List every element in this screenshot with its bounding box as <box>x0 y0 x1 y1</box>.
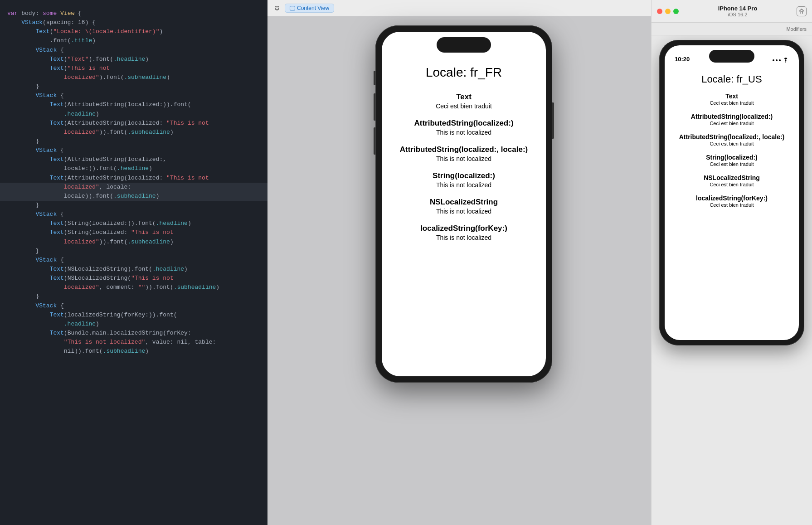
right-status-time: 10:20 <box>675 49 690 63</box>
phone-vol-down <box>374 127 375 155</box>
dot-icon <box>776 59 778 61</box>
right-subheadline-0: Ceci est bien traduit <box>710 100 754 106</box>
right-phone-wrapper: 10:20 <box>652 35 812 525</box>
right-headline-0: Text <box>710 92 754 100</box>
code-line: Text(AttributedString(localized:, <box>0 155 267 164</box>
left-subheadline-0: Ceci est bien traduit <box>436 102 492 110</box>
right-phone-inner: 10:20 <box>665 45 799 340</box>
code-line: Text(AttributedString(localized: "This i… <box>0 174 267 183</box>
inspector-topbar: iPhone 14 Pro iOS 16.2 <box>652 0 812 23</box>
left-headline-1: AttributedString(localized:) <box>414 119 513 128</box>
right-section-0: Text Ceci est bien traduit <box>710 92 754 106</box>
phone-vol-up <box>374 93 375 121</box>
phones-container: Locale: fr_FR Text Ceci est bien traduit… <box>267 16 651 525</box>
code-line: Text(AttributedString(localized:)).font( <box>0 100 267 109</box>
modifiers-label: Modifiers <box>786 26 807 32</box>
inspector-device-title: iPhone 14 Pro <box>718 5 758 12</box>
code-line: localized", locale: <box>0 183 267 192</box>
left-section-4: NSLocalizedString This is not localized <box>430 198 498 215</box>
left-subheadline-3: This is not localized <box>433 181 495 189</box>
right-phone-content: Locale: fr_US Text Ceci est bien traduit… <box>665 66 799 215</box>
code-line: } <box>0 82 267 91</box>
home-icon[interactable] <box>797 6 807 16</box>
left-headline-4: NSLocalizedString <box>430 198 498 207</box>
right-dynamic-island <box>709 50 754 63</box>
code-line: Text(NSLocalizedString("This is not <box>0 274 267 283</box>
right-subheadline-4: Ceci est bien traduit <box>704 182 760 187</box>
code-line: } <box>0 201 267 210</box>
code-line: .headline) <box>0 110 267 119</box>
right-subheadline-3: Ceci est bien traduit <box>706 161 758 167</box>
left-section-1: AttributedString(localized:) This is not… <box>414 119 513 136</box>
code-line: } <box>0 247 267 256</box>
right-section-5: localizedString(forKey:) Ceci est bien t… <box>696 194 768 208</box>
pin-icon[interactable] <box>273 4 281 12</box>
right-section-4: NSLocalizedString Ceci est bien traduit <box>704 174 760 187</box>
code-line: VStack(spacing: 16) { <box>0 18 267 27</box>
content-view-label: Content View <box>297 5 329 11</box>
dot-icon <box>773 59 774 61</box>
right-subheadline-1: Ceci est bien traduit <box>691 121 773 126</box>
right-headline-4: NSLocalizedString <box>704 174 760 181</box>
svg-point-1 <box>785 61 786 62</box>
code-line: Text(NSLocalizedString).font(.headline) <box>0 265 267 274</box>
code-line: Text("This is not <box>0 64 267 73</box>
left-headline-3: String(localized:) <box>433 171 495 180</box>
phone-power-button <box>552 102 554 139</box>
left-subheadline-1: This is not localized <box>414 129 513 136</box>
right-section-2: AttributedString(localized:, locale:) Ce… <box>679 133 785 146</box>
right-section-3: String(localized:) Ceci est bien traduit <box>706 154 758 167</box>
right-headline-2: AttributedString(localized:, locale:) <box>679 133 785 141</box>
dot-icon <box>779 59 781 61</box>
code-line: var body: some View { <box>0 9 267 18</box>
code-line: Text("Text").font(.headline) <box>0 55 267 64</box>
maximize-button[interactable] <box>673 9 679 14</box>
left-section-5: localizedString(forKey:) This is not loc… <box>420 224 507 241</box>
left-headline-2: AttributedString(localized:, locale:) <box>400 145 528 154</box>
close-button[interactable] <box>657 9 662 14</box>
code-line: locale)).font(.subheadline) <box>0 192 267 201</box>
phone-silent-switch <box>374 71 375 85</box>
code-line: "This is not localized", value: nil, tab… <box>0 338 267 347</box>
right-headline-5: localizedString(forKey:) <box>696 194 768 202</box>
code-line: VStack { <box>0 301 267 311</box>
left-headline-5: localizedString(forKey:) <box>420 224 507 233</box>
code-line: nil)).font(.subheadline) <box>0 347 267 356</box>
right-phone-outer: 10:20 <box>659 40 804 345</box>
left-subheadline-2: This is not localized <box>400 155 528 162</box>
code-line: Text("Locale: \(locale.identifier)") <box>0 27 267 36</box>
code-line: .font(.title) <box>0 36 267 45</box>
code-line: localized")).font(.subheadline) <box>0 238 267 247</box>
content-view-button[interactable]: Content View <box>285 4 334 13</box>
minimize-button[interactable] <box>665 9 671 14</box>
left-phone-frame: Locale: fr_FR Text Ceci est bien traduit… <box>375 25 552 383</box>
code-line: Text(localizedString(forKey:)).font( <box>0 311 267 320</box>
left-section-2: AttributedString(localized:, locale:) Th… <box>400 145 528 162</box>
left-phone-content: Locale: fr_FR Text Ceci est bien traduit… <box>382 56 546 250</box>
code-line: VStack { <box>0 91 267 100</box>
code-line: Text(String(localized: "This is not <box>0 228 267 237</box>
code-line: } <box>0 292 267 301</box>
code-line: VStack { <box>0 146 267 155</box>
code-line: localized", comment: "")).font(.subheadl… <box>0 283 267 292</box>
right-section-1: AttributedString(localized:) Ceci est bi… <box>691 113 773 126</box>
code-line: Text(Bundle.main.localizedString(forKey: <box>0 329 267 338</box>
right-headline-3: String(localized:) <box>706 154 758 161</box>
code-panel: var body: some View { VStack(spacing: 16… <box>0 0 267 525</box>
code-line: Text(String(localized:)).font(.headline) <box>0 219 267 228</box>
left-subheadline-4: This is not localized <box>430 208 498 215</box>
right-headline-1: AttributedString(localized:) <box>691 113 773 120</box>
left-section-3: String(localized:) This is not localized <box>433 171 495 189</box>
left-phone-outer: Locale: fr_FR Text Ceci est bien traduit… <box>375 25 552 383</box>
inspector-device-subtitle: iOS 16.2 <box>728 12 748 17</box>
left-locale-title: Locale: fr_FR <box>426 65 502 80</box>
code-line: localized").font(.subheadline) <box>0 73 267 82</box>
right-subheadline-2: Ceci est bien traduit <box>679 141 785 146</box>
preview-topbar: Content View <box>267 0 651 16</box>
code-line: VStack { <box>0 46 267 55</box>
code-line: Text(AttributedString(localized: "This i… <box>0 119 267 128</box>
right-subheadline-5: Ceci est bien traduit <box>696 202 768 208</box>
left-headline-0: Text <box>436 92 492 102</box>
right-locale-title: Locale: fr_US <box>701 73 762 85</box>
left-subheadline-5: This is not localized <box>420 234 507 241</box>
